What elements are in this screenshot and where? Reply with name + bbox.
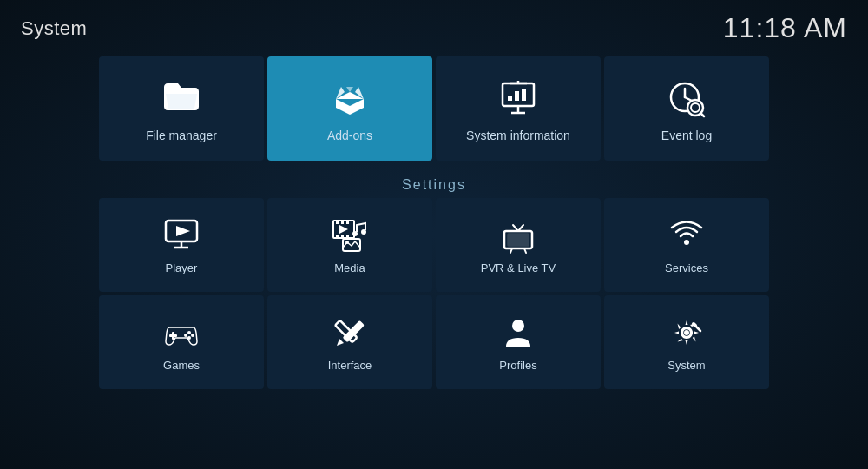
tile-games-label: Games xyxy=(163,359,200,372)
folder-icon xyxy=(159,75,204,120)
games-icon xyxy=(162,314,201,352)
svg-point-42 xyxy=(184,334,187,337)
interface-icon xyxy=(331,314,369,352)
settings-row-2: Games Interface xyxy=(52,295,816,389)
eventlog-icon xyxy=(664,75,709,120)
svg-point-39 xyxy=(187,331,191,334)
settings-grid: Player xyxy=(0,198,868,389)
divider xyxy=(52,168,816,168)
player-icon xyxy=(162,216,201,254)
svg-point-48 xyxy=(684,330,689,335)
svg-point-36 xyxy=(684,240,689,245)
settings-section: Settings Player xyxy=(0,177,868,389)
svg-rect-33 xyxy=(508,234,529,246)
pvr-icon xyxy=(499,216,537,254)
svg-rect-1 xyxy=(508,96,512,101)
svg-rect-2 xyxy=(515,91,519,101)
tile-pvr[interactable]: PVR & Live TV xyxy=(436,198,601,292)
tile-profiles[interactable]: Profiles xyxy=(436,295,601,389)
svg-marker-25 xyxy=(339,225,348,234)
tile-player-label: Player xyxy=(166,261,198,274)
svg-marker-44 xyxy=(337,339,344,346)
tile-system-information-label: System information xyxy=(466,129,570,142)
app-title: System xyxy=(21,17,87,40)
svg-rect-20 xyxy=(341,221,344,224)
tile-player[interactable]: Player xyxy=(99,198,264,292)
svg-point-40 xyxy=(191,334,194,337)
tile-system[interactable]: System xyxy=(604,295,769,389)
tile-add-ons-label: Add-ons xyxy=(327,129,372,142)
tile-interface-label: Interface xyxy=(328,359,372,372)
svg-rect-19 xyxy=(336,221,339,224)
tile-services-label: Services xyxy=(665,261,708,274)
settings-heading: Settings xyxy=(0,177,868,193)
settings-row-1: Player xyxy=(52,198,816,292)
svg-rect-23 xyxy=(341,234,344,238)
header: System 11:18 AM xyxy=(0,0,868,53)
tile-event-log[interactable]: Event log xyxy=(604,56,769,161)
system-icon xyxy=(667,314,706,352)
svg-line-12 xyxy=(700,113,704,116)
tile-system-label: System xyxy=(667,359,705,372)
svg-rect-24 xyxy=(346,234,349,238)
tile-system-information[interactable]: System information xyxy=(436,56,601,161)
svg-rect-21 xyxy=(346,221,349,224)
svg-rect-43 xyxy=(343,320,365,341)
tile-file-manager[interactable]: File manager xyxy=(99,56,264,161)
services-icon xyxy=(667,216,706,254)
tile-pvr-label: PVR & Live TV xyxy=(481,261,556,274)
tile-event-log-label: Event log xyxy=(661,129,712,142)
tile-profiles-label: Profiles xyxy=(499,359,536,372)
tile-games[interactable]: Games xyxy=(99,295,264,389)
tile-add-ons[interactable]: Add-ons xyxy=(267,56,432,161)
svg-rect-38 xyxy=(169,334,177,337)
svg-point-46 xyxy=(512,320,524,332)
sysinfo-icon xyxy=(496,75,541,120)
top-tiles-row: File manager Add-ons xyxy=(0,56,868,161)
svg-marker-15 xyxy=(176,226,190,236)
profiles-icon xyxy=(499,314,537,352)
svg-point-26 xyxy=(352,231,358,236)
tile-interface[interactable]: Interface xyxy=(267,295,432,389)
svg-point-41 xyxy=(187,336,191,340)
svg-line-50 xyxy=(694,324,695,326)
media-icon xyxy=(331,216,369,254)
svg-point-29 xyxy=(345,241,349,244)
svg-rect-22 xyxy=(336,234,339,238)
tile-media-label: Media xyxy=(334,261,365,274)
tile-services[interactable]: Services xyxy=(604,198,769,292)
clock: 11:18 AM xyxy=(723,12,847,44)
svg-rect-3 xyxy=(522,89,526,101)
tile-media[interactable]: Media xyxy=(267,198,432,292)
tile-file-manager-label: File manager xyxy=(146,129,217,142)
svg-point-27 xyxy=(361,229,366,234)
addons-icon xyxy=(327,75,372,120)
